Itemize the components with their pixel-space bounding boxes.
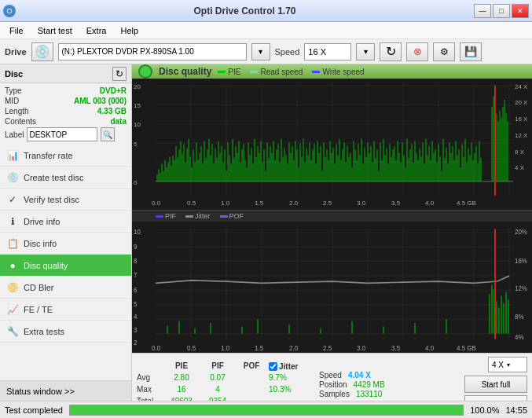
maximize-button[interactable]: □ bbox=[493, 4, 510, 18]
svg-text:1.0: 1.0 bbox=[221, 200, 229, 207]
sidebar-item-fe-te[interactable]: 📈 FE / TE bbox=[0, 299, 131, 321]
svg-text:10: 10 bbox=[134, 228, 141, 236]
close-button[interactable]: ✕ bbox=[512, 4, 529, 18]
svg-text:15: 15 bbox=[134, 102, 141, 109]
svg-text:0.0: 0.0 bbox=[152, 200, 160, 207]
disc-length-row: Length 4.33 GB bbox=[5, 107, 127, 116]
charts-area: 20 15 10 5 0 24 X 20 X 16 X 12 X 8 X 4 X… bbox=[132, 79, 532, 353]
speed-dropdown[interactable]: 4 X ▾ bbox=[488, 357, 527, 372]
svg-text:2: 2 bbox=[134, 338, 138, 346]
disc-refresh-button[interactable]: ↻ bbox=[112, 67, 127, 81]
sidebar-item-disc-info[interactable]: 📋 Disc info bbox=[0, 233, 131, 255]
disc-label-row: Label 🔍 bbox=[5, 127, 127, 141]
sidebar-item-transfer-rate[interactable]: 📊 Transfer rate bbox=[0, 145, 131, 167]
minimize-button[interactable]: — bbox=[474, 4, 491, 18]
refresh-button[interactable]: ↻ bbox=[380, 42, 402, 61]
svg-text:20%: 20% bbox=[515, 228, 527, 236]
svg-rect-258 bbox=[132, 222, 532, 353]
svg-text:4%: 4% bbox=[515, 332, 524, 341]
disc-quality-title: Disc quality bbox=[159, 66, 211, 77]
svg-text:0: 0 bbox=[134, 180, 137, 187]
svg-text:2.0: 2.0 bbox=[289, 343, 298, 352]
pif-max: 4 bbox=[201, 385, 234, 396]
menu-start-test[interactable]: Start test bbox=[31, 24, 79, 37]
start-part-button[interactable]: Start part bbox=[464, 395, 527, 401]
app-title: Opti Drive Control 1.70 bbox=[16, 6, 474, 16]
settings-button[interactable]: ⚙ bbox=[433, 42, 455, 61]
jitter-total bbox=[269, 397, 316, 402]
erase-button[interactable]: ⊗ bbox=[406, 42, 428, 61]
verify-test-disc-icon: ✓ bbox=[6, 193, 19, 206]
total-label: Total bbox=[137, 397, 162, 402]
svg-text:9: 9 bbox=[134, 242, 138, 251]
svg-text:4 X: 4 X bbox=[515, 165, 524, 172]
menu-file[interactable]: File bbox=[3, 24, 30, 37]
status-window-button[interactable]: Status window >> bbox=[0, 380, 131, 401]
drive-label: Drive bbox=[5, 47, 27, 57]
svg-text:2.0: 2.0 bbox=[289, 200, 298, 207]
legend-bottom: PIF Jitter POF bbox=[132, 211, 532, 222]
speed-position-stats: Speed 4.04 X Position 4429 MB Samples 13… bbox=[319, 371, 461, 398]
start-full-button[interactable]: Start full bbox=[464, 376, 527, 393]
position-value: 4429 MB bbox=[354, 380, 385, 389]
disc-section-header: Disc ↻ bbox=[0, 64, 131, 83]
pie-chart-svg: 20 15 10 5 0 24 X 20 X 16 X 12 X 8 X 4 X… bbox=[132, 79, 532, 210]
drive-info-icon: ℹ bbox=[6, 215, 19, 228]
drive-dropdown-btn[interactable]: ▾ bbox=[251, 43, 270, 60]
type-label: Type bbox=[5, 86, 22, 95]
svg-text:20 X: 20 X bbox=[515, 100, 527, 107]
jitter-checkbox-row[interactable]: Jitter bbox=[269, 361, 316, 372]
speed-selector[interactable]: 16 X bbox=[304, 43, 351, 60]
disc-info-icon: 📋 bbox=[6, 237, 19, 250]
svg-text:24 X: 24 X bbox=[515, 83, 527, 90]
svg-text:16 X: 16 X bbox=[515, 116, 527, 123]
drive-selector[interactable]: (N:) PLEXTOR DVDR PX-890SA 1.00 bbox=[58, 43, 247, 60]
dropdown-arrow-icon: ▾ bbox=[507, 361, 510, 368]
extra-tests-icon: 🔧 bbox=[6, 325, 19, 338]
disc-quality-header: Disc quality PIE Read speed Write speed bbox=[132, 64, 532, 79]
sidebar-item-extra-tests[interactable]: 🔧 Extra tests bbox=[0, 321, 131, 343]
svg-text:3.5: 3.5 bbox=[391, 200, 400, 207]
mid-value: AML 003 (000) bbox=[74, 97, 127, 105]
speed-label-stat: Speed bbox=[319, 371, 342, 380]
status-text: Test completed bbox=[5, 405, 63, 415]
save-button[interactable]: 💾 bbox=[460, 42, 482, 61]
pie-header: PIE bbox=[165, 361, 198, 372]
type-value: DVD+R bbox=[100, 86, 127, 95]
samples-label: Samples bbox=[319, 390, 350, 398]
svg-text:0.5: 0.5 bbox=[187, 343, 196, 352]
pif-jitter-chart: 10 9 8 7 6 5 4 3 2 20% 16% 12% 8% 4% bbox=[132, 222, 532, 353]
label-search-button[interactable]: 🔍 bbox=[101, 127, 115, 141]
main-area: Disc ↻ Type DVD+R MID AML 003 (000) Leng… bbox=[0, 64, 532, 401]
label-label: Label bbox=[5, 130, 24, 139]
chart-legend-top: PIE Read speed Write speed bbox=[218, 68, 364, 76]
sidebar-item-drive-info[interactable]: ℹ Drive info bbox=[0, 211, 131, 233]
max-label: Max bbox=[137, 385, 162, 396]
menu-help[interactable]: Help bbox=[114, 24, 145, 37]
label-input[interactable] bbox=[27, 127, 97, 141]
status-bar: Test completed 100.0% 14:55 bbox=[0, 401, 532, 418]
sidebar-menu: 📊 Transfer rate 💿 Create test disc ✓ Ver… bbox=[0, 145, 131, 380]
row-labels: Avg Max Total bbox=[137, 361, 162, 402]
contents-label: Contents bbox=[5, 117, 36, 126]
menu-extra[interactable]: Extra bbox=[80, 24, 113, 37]
mid-label: MID bbox=[5, 97, 19, 105]
svg-text:4: 4 bbox=[134, 313, 138, 321]
right-panel: Disc quality PIE Read speed Write speed bbox=[132, 64, 532, 401]
svg-text:10: 10 bbox=[134, 122, 141, 129]
pie-max: 16 bbox=[165, 385, 198, 396]
controls-right: 4 X ▾ Start full Start part bbox=[464, 356, 527, 401]
svg-text:3: 3 bbox=[134, 325, 138, 334]
disc-contents-row: Contents data bbox=[5, 117, 127, 126]
sidebar-item-disc-quality[interactable]: ● Disc quality bbox=[0, 255, 131, 277]
sidebar-item-cd-bler[interactable]: 📀 CD Bler bbox=[0, 277, 131, 299]
jitter-header: Jitter bbox=[279, 362, 298, 371]
length-label: Length bbox=[5, 107, 29, 116]
sidebar-item-verify-test-disc[interactable]: ✓ Verify test disc bbox=[0, 189, 131, 211]
svg-text:16%: 16% bbox=[515, 256, 527, 265]
sidebar-item-create-test-disc[interactable]: 💿 Create test disc bbox=[0, 167, 131, 189]
svg-text:8: 8 bbox=[134, 256, 138, 265]
jitter-checkbox[interactable] bbox=[269, 362, 277, 371]
app-icon: O bbox=[3, 5, 16, 17]
speed-dropdown-btn[interactable]: ▾ bbox=[356, 43, 375, 60]
